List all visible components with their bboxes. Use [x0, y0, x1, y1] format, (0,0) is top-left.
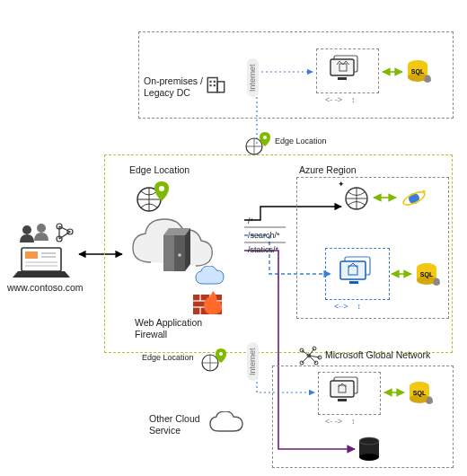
svg-rect-37: [340, 261, 366, 279]
svg-rect-56: [338, 399, 347, 401]
route-statics-label: /statics/*: [248, 245, 278, 255]
onprem-sql-icon: SQL: [406, 59, 433, 86]
waf-cloud-icon: [194, 266, 226, 291]
edge-top-label: Edge Location: [275, 137, 327, 146]
waf-label: Web Application Firewall: [135, 317, 225, 339]
svg-point-47: [219, 352, 223, 356]
edge-bottom-pin-icon: [201, 347, 228, 374]
other-cloud-label: Other Cloud Service: [149, 413, 200, 436]
firewall-icon: [192, 289, 225, 318]
svg-point-64: [359, 454, 379, 461]
svg-rect-7: [214, 84, 216, 86]
edge-top-pin-icon: [245, 130, 272, 157]
edge-globe-pin-icon: [135, 178, 174, 216]
svg-rect-38: [349, 281, 358, 284]
svg-rect-4: [209, 81, 211, 83]
svg-point-67: [37, 224, 46, 233]
other-scaleset-glyph: <- -> ↕: [325, 417, 356, 427]
svg-rect-71: [22, 248, 61, 271]
msgn-label: Microsoft Global Network: [325, 349, 430, 361]
svg-rect-10: [338, 77, 347, 80]
azure-scaleset-glyph: <··> ↕: [334, 302, 361, 312]
svg-text:SQL: SQL: [413, 390, 427, 397]
building-icon: [205, 72, 228, 97]
svg-text:SQL: SQL: [420, 271, 434, 278]
svg-point-17: [159, 186, 164, 191]
azure-region-label: Azure Region: [299, 164, 357, 176]
svg-rect-6: [209, 84, 211, 86]
client-icon: [13, 221, 77, 282]
svg-rect-3: [217, 82, 225, 93]
route-search-label: /search/*: [248, 231, 280, 241]
svg-point-22: [178, 253, 181, 257]
onprem-vm-icon: [329, 54, 366, 90]
svg-point-45: [263, 136, 267, 139]
svg-rect-72: [25, 251, 38, 259]
other-db-icon: [357, 436, 381, 465]
azure-sql-icon: SQL: [415, 262, 442, 289]
onprem-label: On-premises / Legacy DC: [144, 75, 203, 98]
onprem-scaleset-glyph: <- -> ↕: [325, 95, 356, 105]
internet-label-top: Internet: [247, 58, 259, 97]
svg-point-35: [422, 190, 425, 192]
other-sql-icon: SQL: [408, 381, 435, 408]
svg-point-66: [22, 225, 31, 234]
svg-rect-9: [330, 59, 354, 75]
svg-rect-19: [163, 235, 174, 271]
static-webapp-icon: [343, 185, 370, 214]
azure-vm-icon: [338, 255, 379, 293]
static-sparkle-icon: ✦: [338, 180, 345, 190]
route-root-label: /*: [248, 216, 253, 226]
edge-bottom-label: Edge Location: [142, 353, 194, 363]
other-vm-icon: [329, 375, 366, 410]
svg-rect-2: [207, 78, 217, 93]
svg-rect-5: [214, 81, 216, 83]
svg-marker-21: [185, 228, 190, 271]
svg-text:SQL: SQL: [411, 68, 425, 75]
cosmos-icon: [401, 185, 427, 214]
edge-location-label: Edge Location: [129, 164, 189, 176]
internet-label-bottom: Internet: [247, 342, 259, 381]
other-cloud-icon: [208, 411, 244, 438]
client-url-label: www.contoso.com: [7, 282, 84, 294]
